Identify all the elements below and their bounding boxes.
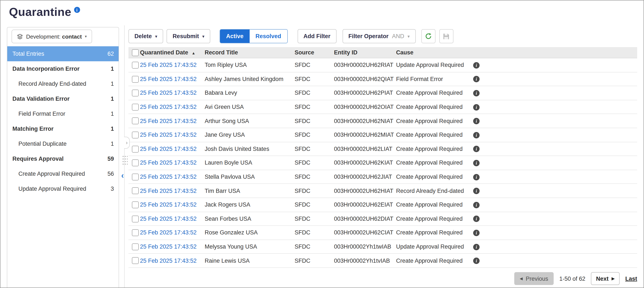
previous-page-button[interactable]: ◀ Previous <box>514 272 554 285</box>
cause-info-icon[interactable]: i <box>473 216 480 222</box>
cause-cell: Update Approval Required <box>396 62 473 68</box>
cause-info-icon[interactable]: i <box>473 146 480 152</box>
col-source[interactable]: Source <box>294 49 334 56</box>
cause-info-icon[interactable]: i <box>473 244 480 250</box>
table-row: 25 Feb 2025 17:43:52 Josh Davis United S… <box>128 142 637 156</box>
cause-filter-list: Total Entries 62 Data Incorporation Erro… <box>7 46 118 196</box>
quarantined-date-link[interactable]: 25 Feb 2025 17:43:52 <box>140 76 196 82</box>
row-checkbox[interactable] <box>132 215 139 222</box>
quarantined-date-link[interactable]: 25 Feb 2025 17:43:52 <box>140 257 196 264</box>
cause-filter-item[interactable]: Data Incorporation Error 1 <box>7 61 118 76</box>
cause-filter-item[interactable]: Record Already End-dated 1 <box>7 76 118 91</box>
cause-label: Data Validation Error <box>12 96 70 102</box>
row-checkbox[interactable] <box>132 104 139 111</box>
refresh-button[interactable] <box>421 29 435 43</box>
quarantined-date-link[interactable]: 25 Feb 2025 17:43:52 <box>140 104 196 110</box>
row-checkbox[interactable] <box>132 174 139 180</box>
source-cell: SFDC <box>294 216 334 222</box>
row-checkbox[interactable] <box>132 62 139 69</box>
source-cell: SFDC <box>294 257 334 264</box>
row-checkbox[interactable] <box>132 76 139 83</box>
row-checkbox[interactable] <box>132 243 139 250</box>
entity-id-cell: 003Hr00002UH62RIAT <box>334 62 396 68</box>
cause-info-icon[interactable]: i <box>473 257 480 264</box>
cause-info-icon[interactable]: i <box>473 104 480 110</box>
row-checkbox[interactable] <box>132 201 139 208</box>
cause-info-icon[interactable]: i <box>473 202 480 208</box>
row-checkbox[interactable] <box>132 257 139 264</box>
chevron-down-icon: ▾ <box>85 34 87 39</box>
cause-filter-item[interactable]: Update Approval Required 3 <box>7 181 118 196</box>
cause-label: Create Approval Required <box>18 171 85 177</box>
resize-drag-handle[interactable] <box>122 155 128 166</box>
record-title-cell: Tom Ripley USA <box>205 62 294 68</box>
status-toggle: Active Resolved <box>220 29 288 43</box>
quarantined-date-link[interactable]: 25 Feb 2025 17:43:52 <box>140 146 196 152</box>
filter-operator-dropdown[interactable]: Filter Operator AND ▾ <box>342 29 416 43</box>
quarantined-date-link[interactable]: 25 Feb 2025 17:43:52 <box>140 201 196 208</box>
cause-cell: Create Approval Required <box>396 104 473 110</box>
collapse-sidebar-tab[interactable]: › <box>124 137 130 149</box>
quarantined-date-link[interactable]: 25 Feb 2025 17:43:52 <box>140 243 196 250</box>
entity-id-cell: 003Hr00002UH62DIAT <box>334 216 396 222</box>
row-checkbox[interactable] <box>132 90 139 96</box>
table-row: 25 Feb 2025 17:43:52 Rose Gonzalez USA S… <box>128 226 637 240</box>
table-row: 25 Feb 2025 17:43:52 Raine Lewis USA SFD… <box>128 254 637 268</box>
cause-filter-item[interactable]: Data Validation Error 1 <box>7 91 118 106</box>
page-info-icon[interactable]: i <box>74 7 80 13</box>
cause-filter-item[interactable]: Matching Error 1 <box>7 121 118 136</box>
arrow-right-icon: ▶ <box>612 276 615 281</box>
col-quarantined-date[interactable]: Quarantined Date▲ <box>140 49 205 56</box>
cause-info-icon[interactable]: i <box>473 118 480 124</box>
quarantined-date-link[interactable]: 25 Feb 2025 17:43:52 <box>140 216 196 222</box>
active-tab[interactable]: Active <box>220 30 250 43</box>
add-filter-button[interactable]: Add Filter <box>298 29 336 43</box>
row-checkbox[interactable] <box>132 159 139 166</box>
resubmit-button[interactable]: Resubmit ▾ <box>166 29 210 43</box>
cause-info-icon[interactable]: i <box>473 188 480 194</box>
row-checkbox[interactable] <box>132 229 139 236</box>
cause-filter-item[interactable]: Create Approval Required 56 <box>7 166 118 181</box>
row-checkbox[interactable] <box>132 118 139 125</box>
cause-info-icon[interactable]: i <box>473 132 480 138</box>
last-page-link[interactable]: Last <box>625 275 637 282</box>
table-row: 25 Feb 2025 17:43:52 Babara Levy SFDC 00… <box>128 86 637 100</box>
row-checkbox[interactable] <box>132 187 139 194</box>
quarantined-date-link[interactable]: 25 Feb 2025 17:43:52 <box>140 229 196 236</box>
col-entity-id[interactable]: Entity ID <box>334 49 396 56</box>
cause-filter-item[interactable]: Field Format Error 1 <box>7 106 118 121</box>
cause-info-icon[interactable]: i <box>473 160 480 166</box>
cause-info-icon[interactable]: i <box>473 62 480 69</box>
quarantined-date-link[interactable]: 25 Feb 2025 17:43:52 <box>140 90 196 96</box>
quarantined-date-link[interactable]: 25 Feb 2025 17:43:52 <box>140 132 196 138</box>
select-all-checkbox[interactable] <box>132 49 139 56</box>
cause-count: 62 <box>108 51 114 57</box>
quarantined-date-link[interactable]: 25 Feb 2025 17:43:52 <box>140 174 196 180</box>
quarantined-date-link[interactable]: 25 Feb 2025 17:43:52 <box>140 160 196 166</box>
resolved-tab[interactable]: Resolved <box>250 30 287 43</box>
save-button[interactable] <box>439 29 453 43</box>
collapse-chevron-icon[interactable]: ‹ <box>121 171 124 180</box>
next-page-button[interactable]: Next ▶ <box>591 272 620 285</box>
row-checkbox[interactable] <box>132 145 139 152</box>
entity-id-cell: 003Hr00002UH62LIAT <box>334 146 396 152</box>
cause-filter-item[interactable]: Requires Approval 59 <box>7 151 118 166</box>
col-cause[interactable]: Cause <box>396 49 473 56</box>
source-cell: SFDC <box>294 62 334 68</box>
cause-label: Matching Error <box>12 126 54 132</box>
cause-info-icon[interactable]: i <box>473 174 480 180</box>
tenant-selector[interactable]: Development: contact ▾ <box>12 30 92 43</box>
quarantined-date-link[interactable]: 25 Feb 2025 17:43:52 <box>140 118 196 124</box>
col-record-title[interactable]: Record Title <box>205 49 294 56</box>
cause-info-icon[interactable]: i <box>473 90 480 96</box>
quarantined-date-link[interactable]: 25 Feb 2025 17:43:52 <box>140 187 196 194</box>
entity-id-cell: 003Hr00002UH62MIAT <box>334 132 396 138</box>
cause-cell: Create Approval Required <box>396 229 473 236</box>
cause-info-icon[interactable]: i <box>473 76 480 83</box>
cause-filter-item[interactable]: Total Entries 62 <box>7 46 118 61</box>
cause-info-icon[interactable]: i <box>473 230 480 236</box>
quarantined-date-link[interactable]: 25 Feb 2025 17:43:52 <box>140 62 196 68</box>
delete-button[interactable]: Delete ▾ <box>128 29 163 43</box>
row-checkbox[interactable] <box>132 132 139 138</box>
cause-filter-item[interactable]: Potential Duplicate 1 <box>7 136 118 151</box>
